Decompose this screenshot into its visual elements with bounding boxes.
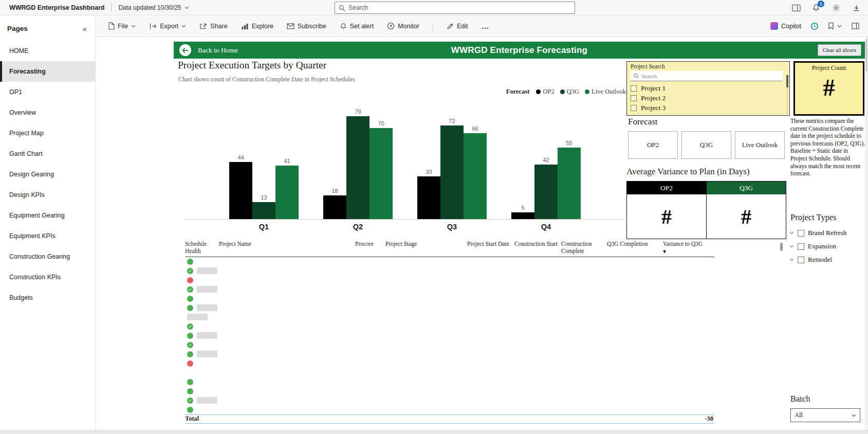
column-header-construction-complete[interactable]: Construction Complete (561, 241, 607, 255)
sidebar-item-equipment-kpis[interactable]: Equipment KPIs (0, 226, 95, 246)
table-row[interactable] (185, 350, 714, 359)
checkbox-icon[interactable] (798, 230, 804, 237)
view-pane-button[interactable] (851, 22, 860, 31)
bar-op2-q2[interactable]: 18 (323, 188, 346, 219)
column-header-q3g-completion[interactable]: Q3G Completion (607, 241, 663, 255)
set-alert-button[interactable]: Set alert (340, 23, 374, 30)
clear-all-slicers-button[interactable]: Clear all slicers (818, 44, 861, 56)
chevron-down-icon[interactable] (789, 245, 794, 248)
column-header-project-start-date[interactable]: Project Start Date (467, 241, 514, 255)
global-search-input[interactable]: Search (335, 2, 575, 14)
table-row[interactable] (185, 387, 714, 396)
file-menu-button[interactable]: File (108, 22, 136, 30)
more-options-button[interactable]: … (481, 22, 489, 30)
table-row[interactable] (185, 359, 714, 368)
explore-button[interactable]: Explore (241, 23, 273, 30)
table-row[interactable] (185, 331, 714, 340)
sidebar-item-gantt-chart[interactable]: Gantt Chart (0, 143, 95, 164)
table-row[interactable] (185, 294, 714, 303)
sidebar-item-design-gearing[interactable]: Design Gearing (0, 164, 95, 185)
collapse-sidebar-button[interactable]: « (83, 24, 87, 33)
table-row[interactable]: ✓ (185, 266, 714, 276)
table-row[interactable] (185, 405, 714, 414)
column-header-construction-start[interactable]: Construction Start (514, 241, 561, 255)
forecast-button-live-outlook[interactable]: Live Outlook (735, 131, 785, 159)
bar-op2-q4[interactable]: 5 (511, 205, 534, 219)
checkbox-icon[interactable] (631, 95, 637, 101)
project-search-input[interactable]: Search (631, 71, 783, 81)
project-search-item-project-1[interactable]: Project 1 (631, 83, 786, 93)
checkbox-icon[interactable] (631, 85, 637, 92)
legend-item-live-outlook[interactable]: Live Outlook (585, 88, 626, 96)
settings-button[interactable] (832, 3, 841, 12)
side-pane-toggle-button[interactable] (791, 3, 801, 12)
legend-item-op2[interactable]: OP2 (536, 88, 554, 96)
table-row[interactable] (185, 257, 714, 266)
page-scrollbar[interactable] (865, 37, 868, 434)
project-search-item-project-2[interactable]: Project 2 (631, 93, 786, 103)
bar-op2-q1[interactable]: 44 (229, 154, 252, 219)
refresh-status-button[interactable] (810, 22, 819, 31)
table-row[interactable] (185, 313, 714, 322)
column-header-project-stage[interactable]: Project Stage (385, 241, 467, 255)
column-header-variance-to-q3g[interactable]: Variance to Q3G▼ (663, 241, 714, 255)
share-button[interactable]: Share (199, 23, 227, 30)
table-row[interactable]: ✓ (185, 285, 714, 294)
table-scrollbar-thumb[interactable] (780, 243, 783, 251)
sidebar-item-project-map[interactable]: Project Map (0, 123, 95, 143)
bar-q3g-q4[interactable]: 42 (534, 157, 558, 219)
table-row[interactable]: ✓ (185, 340, 714, 350)
project-type-item-brand-refresh[interactable]: Brand Refresh (789, 226, 846, 240)
sidebar-item-construction-gearing[interactable]: Construction Gearing (0, 246, 95, 267)
back-button[interactable] (179, 44, 191, 56)
table-row[interactable] (185, 276, 714, 285)
sidebar-item-forecasting[interactable]: Forecasting (0, 61, 95, 82)
edit-button[interactable]: Edit (447, 23, 468, 30)
bar-live-outlook-q1[interactable]: 41 (275, 158, 299, 219)
table-row[interactable] (185, 303, 714, 313)
slicer-scrollbar-thumb[interactable] (786, 75, 788, 87)
chevron-down-icon[interactable] (789, 258, 794, 261)
data-updated-menu[interactable]: Data updated 10/30/25 (118, 4, 189, 11)
column-header-schedule-health[interactable]: Schedule Health (185, 241, 219, 255)
table-row[interactable]: ✓ (185, 322, 714, 331)
batch-dropdown[interactable]: All (790, 408, 860, 422)
table-row[interactable] (185, 377, 714, 387)
back-to-home-label[interactable]: Back to Home (198, 46, 238, 55)
subscribe-button[interactable]: Subscribe (287, 23, 326, 30)
chevron-down-icon[interactable] (789, 231, 794, 234)
bar-q3g-q3[interactable]: 72 (440, 118, 464, 219)
table-row[interactable] (185, 368, 714, 377)
export-menu-button[interactable]: Export (149, 23, 186, 30)
bar-live-outlook-q4[interactable]: 55 (558, 140, 581, 219)
table-row[interactable]: ✓ (185, 396, 714, 405)
download-button[interactable] (852, 3, 861, 12)
monitor-button[interactable]: Monitor (387, 22, 419, 30)
project-type-item-remodel[interactable]: Remodel (789, 253, 846, 266)
checkbox-icon[interactable] (631, 105, 637, 111)
checkbox-icon[interactable] (798, 243, 804, 250)
forecast-button-q3g[interactable]: Q3G (681, 131, 731, 159)
forecast-button-op2[interactable]: OP2 (628, 131, 678, 159)
legend-item-q3g[interactable]: Q3G (560, 88, 579, 96)
sidebar-item-design-kpis[interactable]: Design KPIs (0, 185, 95, 205)
checkbox-icon[interactable] (798, 257, 804, 263)
notifications-button[interactable]: 5 (811, 3, 821, 12)
copilot-button[interactable]: Copilot (770, 22, 801, 30)
project-search-item-project-3[interactable]: Project 3 (631, 103, 786, 113)
project-type-item-expansion[interactable]: Expansion (789, 240, 846, 253)
sidebar-item-op1[interactable]: OP1 (0, 82, 95, 102)
page-scrollbar-thumb[interactable] (865, 39, 867, 71)
sidebar-item-construction-kpis[interactable]: Construction KPIs (0, 267, 95, 287)
sidebar-item-overview[interactable]: Overview (0, 102, 95, 123)
bar-live-outlook-q3[interactable]: 66 (464, 125, 487, 219)
bar-op2-q3[interactable]: 33 (417, 169, 440, 219)
slicer-scrollbar[interactable] (786, 75, 788, 114)
bar-q3g-q2[interactable]: 79 (346, 109, 370, 219)
sidebar-item-equipment-gearing[interactable]: Equipment Gearing (0, 205, 95, 226)
sidebar-item-budgets[interactable]: Budgets (0, 287, 95, 308)
bar-live-outlook-q2[interactable]: 70 (370, 120, 393, 219)
column-header-procore[interactable]: Procore (355, 241, 385, 255)
bookmarks-button[interactable] (828, 22, 842, 30)
sidebar-item-home[interactable]: HOME (0, 41, 95, 61)
